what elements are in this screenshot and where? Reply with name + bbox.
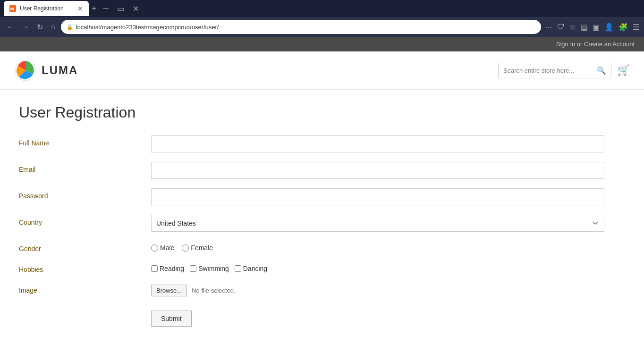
email-label: Email	[19, 162, 151, 173]
logo-text: LUMA	[42, 64, 78, 77]
fullname-label: Full Name	[19, 135, 151, 147]
svg-text:M: M	[10, 6, 14, 11]
submit-button[interactable]: Submit	[151, 311, 192, 327]
gender-label: Gender	[19, 241, 151, 253]
create-account-link[interactable]: Create an Account	[584, 41, 635, 48]
search-box: 🔍	[498, 63, 611, 78]
or-separator: or	[575, 41, 584, 48]
country-label: Country	[19, 215, 151, 226]
url-display: localhost/magento233test/magecompcrud/us…	[76, 24, 535, 31]
submit-spacer	[19, 306, 151, 310]
gender-female-text: Female	[191, 244, 213, 252]
gender-field: Male Female	[151, 241, 625, 252]
hobby-reading-text: Reading	[160, 265, 184, 272]
gender-male-radio[interactable]	[151, 244, 158, 252]
gender-row: Gender Male Female	[19, 241, 625, 253]
hobbies-row: Hobbies Reading Swimming Dancing	[19, 262, 625, 273]
search-area: 🔍 🛒	[498, 63, 630, 78]
hobby-swimming-checkbox[interactable]	[190, 265, 196, 272]
extensions-icon[interactable]: 🧩	[619, 23, 628, 32]
minimize-button[interactable]: ─	[101, 3, 111, 14]
hobby-swimming-label[interactable]: Swimming	[190, 265, 229, 272]
browser-chrome: M User Registration ✕ + ─ ▭ ✕ ← → ↻ ⌂ 🔒 …	[0, 0, 644, 37]
reload-button[interactable]: ↻	[35, 21, 45, 34]
gender-female-label[interactable]: Female	[182, 244, 213, 252]
logo-icon	[14, 59, 37, 82]
bookmark-icon[interactable]: ☆	[569, 23, 576, 32]
hobbies-field: Reading Swimming Dancing	[151, 262, 625, 272]
fullname-field	[151, 135, 625, 152]
hobby-reading-checkbox[interactable]	[151, 265, 158, 272]
store-header: LUMA 🔍 🛒	[0, 51, 644, 90]
security-icon: 🔒	[67, 24, 73, 30]
image-field: Browse... No file selected.	[151, 283, 625, 296]
back-button[interactable]: ←	[5, 21, 16, 33]
new-tab-button[interactable]: +	[92, 4, 97, 14]
submit-field: Submit	[151, 306, 625, 327]
page-title: User Registration	[19, 104, 625, 121]
profile-icon[interactable]: 👤	[604, 23, 614, 32]
hobby-dancing-text: Dancing	[243, 265, 267, 272]
image-label: Image	[19, 283, 151, 294]
tab-favicon: M	[9, 5, 16, 12]
pocket-icon[interactable]: 🛡	[557, 23, 565, 31]
tab-bar: M User Registration ✕ + ─ ▭ ✕	[0, 0, 644, 17]
sign-in-link[interactable]: Sign In	[556, 41, 575, 48]
hobbies-label: Hobbies	[19, 262, 151, 273]
browse-button[interactable]: Browse...	[151, 285, 187, 296]
reading-list-icon[interactable]: ▤	[581, 23, 588, 32]
submit-row: Submit	[19, 306, 625, 327]
home-button[interactable]: ⌂	[49, 21, 57, 33]
search-input[interactable]	[503, 67, 593, 74]
page-content: User Registration Full Name Email Passwo…	[0, 90, 644, 337]
tab-close-btn[interactable]: ✕	[77, 5, 83, 12]
search-button[interactable]: 🔍	[597, 66, 606, 75]
file-upload-area: Browse... No file selected.	[151, 283, 625, 296]
password-field	[151, 188, 625, 205]
gender-female-radio[interactable]	[182, 244, 189, 252]
tab-title: User Registration	[20, 5, 64, 12]
close-window-button[interactable]: ✕	[130, 3, 142, 14]
address-bar[interactable]: 🔒 localhost/magento233test/magecompcrud/…	[61, 20, 541, 34]
password-label: Password	[19, 188, 151, 200]
gender-male-label[interactable]: Male	[151, 244, 174, 252]
no-file-text: No file selected.	[192, 287, 236, 294]
forward-button[interactable]: →	[20, 21, 31, 33]
hobby-reading-label[interactable]: Reading	[151, 265, 184, 272]
browser-toolbar: ← → ↻ ⌂ 🔒 localhost/magento233test/magec…	[0, 17, 644, 37]
registration-form: Full Name Email Password Country United	[19, 135, 625, 327]
password-input[interactable]	[151, 188, 604, 205]
hobby-swimming-text: Swimming	[198, 265, 229, 272]
maximize-button[interactable]: ▭	[114, 3, 127, 14]
window-controls: ─ ▭ ✕	[101, 3, 142, 14]
image-row: Image Browse... No file selected.	[19, 283, 625, 296]
email-row: Email	[19, 162, 625, 179]
more-options-icon[interactable]: ⋯	[545, 23, 552, 32]
country-field: United States Canada United Kingdom Aust…	[151, 215, 625, 232]
fullname-input[interactable]	[151, 135, 604, 152]
toolbar-right: ⋯ 🛡 ☆ ▤ ▣ 👤 🧩 ☰	[545, 23, 639, 32]
hobby-dancing-label[interactable]: Dancing	[235, 265, 267, 272]
country-select[interactable]: United States Canada United Kingdom Aust…	[151, 215, 604, 232]
gender-male-text: Male	[160, 244, 174, 252]
logo-area[interactable]: LUMA	[14, 59, 78, 82]
email-field	[151, 162, 625, 179]
hobbies-checkbox-group: Reading Swimming Dancing	[151, 262, 625, 272]
password-row: Password	[19, 188, 625, 205]
active-tab[interactable]: M User Registration ✕	[4, 1, 89, 16]
menu-icon[interactable]: ☰	[633, 23, 639, 32]
email-input[interactable]	[151, 162, 604, 179]
cart-icon[interactable]: 🛒	[617, 64, 630, 76]
fullname-row: Full Name	[19, 135, 625, 152]
hobby-dancing-checkbox[interactable]	[235, 265, 241, 272]
store-top-bar: Sign In or Create an Account	[0, 37, 644, 51]
country-row: Country United States Canada United King…	[19, 215, 625, 232]
gender-radio-group: Male Female	[151, 241, 625, 252]
split-view-icon[interactable]: ▣	[593, 23, 600, 32]
